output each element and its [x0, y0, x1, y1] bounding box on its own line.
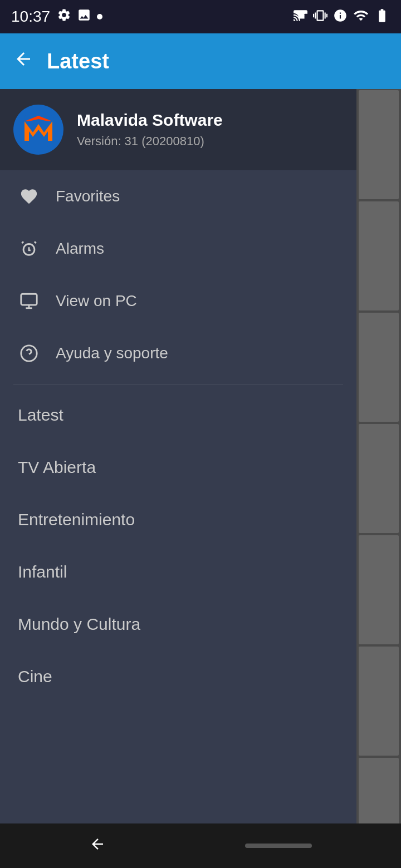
navigation-drawer: Malavida Software Versión: 31 (20200810)…: [0, 89, 356, 868]
alarm-icon: [18, 239, 40, 258]
bg-block-5: [359, 535, 399, 644]
system-back-button[interactable]: [89, 836, 106, 856]
home-indicator[interactable]: [245, 844, 312, 848]
menu-item-help[interactable]: Ayuda y soporte: [0, 327, 356, 379]
heart-icon: [18, 187, 40, 206]
app-name: Malavida Software: [77, 111, 343, 130]
bg-block-4: [359, 424, 399, 533]
category-item-cine[interactable]: Cine: [0, 650, 356, 703]
category-label-entretenimiento: Entretenimiento: [18, 510, 135, 529]
menu-divider: [13, 384, 343, 384]
back-button[interactable]: [13, 49, 33, 74]
category-item-infantil[interactable]: Infantil: [0, 546, 356, 598]
vibrate-icon: [313, 8, 327, 25]
app-info-section: Malavida Software Versión: 31 (20200810): [0, 89, 356, 170]
svg-rect-6: [21, 294, 37, 305]
category-item-tv-abierta[interactable]: TV Abierta: [0, 441, 356, 494]
category-label-mundo-y-cultura: Mundo y Cultura: [18, 615, 140, 633]
menu-item-view-on-pc[interactable]: View on PC: [0, 275, 356, 327]
bg-block-3: [359, 313, 399, 422]
settings-icon: [57, 8, 71, 26]
category-label-tv-abierta: TV Abierta: [18, 458, 96, 476]
category-item-latest[interactable]: Latest: [0, 389, 356, 441]
app-logo: [13, 105, 63, 155]
battery-icon: [374, 8, 390, 26]
status-bar: 10:37: [0, 0, 401, 33]
bottom-nav-bar: [0, 823, 401, 868]
svg-line-5: [35, 241, 36, 243]
wifi-icon: [353, 8, 369, 26]
cast-icon: [293, 8, 307, 25]
alarms-label: Alarms: [56, 240, 104, 258]
right-background-content: [356, 89, 401, 868]
help-circle-icon: [18, 344, 40, 363]
help-label: Ayuda y soporte: [56, 344, 168, 362]
category-label-latest: Latest: [18, 406, 63, 424]
status-icons-right: [293, 8, 390, 26]
notification-dot: [97, 14, 102, 19]
data-saver-icon: [333, 8, 348, 25]
monitor-icon: [18, 292, 40, 310]
category-label-cine: Cine: [18, 667, 52, 685]
category-item-mundo-y-cultura[interactable]: Mundo y Cultura: [0, 598, 356, 650]
category-item-entretenimiento[interactable]: Entretenimiento: [0, 494, 356, 546]
bg-block-6: [359, 647, 399, 756]
bg-block-2: [359, 201, 399, 310]
category-label-infantil: Infantil: [18, 563, 67, 581]
gallery-icon: [77, 8, 91, 26]
menu-item-alarms[interactable]: Alarms: [0, 223, 356, 275]
status-time: 10:37: [11, 8, 50, 26]
app-details: Malavida Software Versión: 31 (20200810): [77, 111, 343, 149]
menu-item-favorites[interactable]: Favorites: [0, 170, 356, 223]
app-bar: Latest: [0, 33, 401, 89]
bg-block-1: [359, 90, 399, 199]
page-title: Latest: [47, 50, 109, 73]
view-on-pc-label: View on PC: [56, 292, 137, 310]
favorites-label: Favorites: [56, 188, 120, 205]
svg-line-4: [22, 241, 23, 243]
app-version: Versión: 31 (20200810): [77, 134, 343, 149]
